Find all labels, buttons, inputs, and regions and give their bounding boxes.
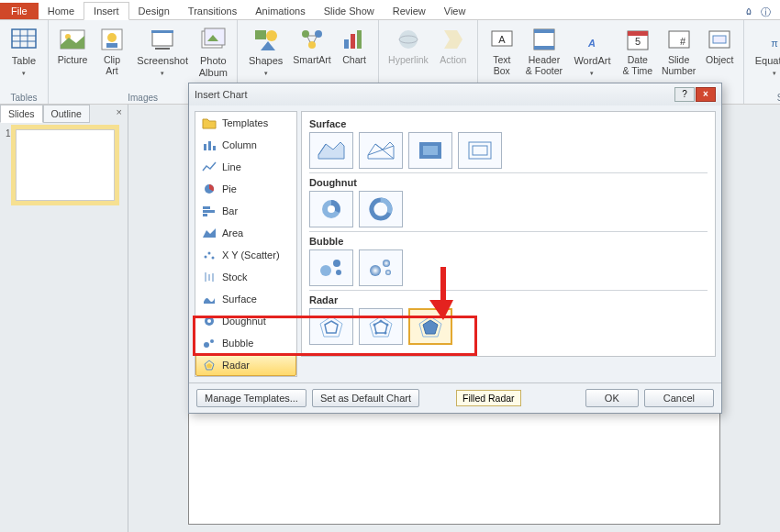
action-icon: [439, 25, 468, 54]
cat-scatter[interactable]: X Y (Scatter): [195, 244, 296, 266]
chart-surface-2[interactable]: [359, 132, 403, 169]
cat-radar[interactable]: Radar: [195, 354, 296, 376]
cancel-button[interactable]: Cancel: [644, 389, 714, 407]
cat-surface[interactable]: Surface: [195, 288, 296, 310]
svg-point-72: [328, 205, 335, 213]
tab-file[interactable]: File: [0, 3, 39, 19]
chart-radar-filled[interactable]: [408, 308, 452, 345]
svg-rect-22: [344, 39, 349, 49]
area-icon: [202, 227, 217, 239]
svg-point-83: [380, 319, 383, 322]
svg-text:5: 5: [635, 36, 641, 47]
tab-view[interactable]: View: [435, 3, 475, 19]
slide-sidebar: Slides Outline × 1: [0, 105, 128, 532]
svg-point-60: [207, 319, 211, 323]
chart-surface-1[interactable]: [309, 132, 353, 169]
svg-rect-10: [152, 31, 173, 46]
object-button[interactable]: Object: [701, 23, 738, 68]
section-doughnut: Doughnut: [309, 177, 708, 188]
svg-marker-18: [261, 41, 275, 50]
action-button: Action: [435, 23, 472, 68]
hyperlink-icon: [394, 25, 423, 54]
tab-transitions[interactable]: Transitions: [179, 3, 246, 19]
sidebar-close-icon[interactable]: ×: [111, 105, 128, 123]
svg-marker-64: [206, 363, 212, 368]
tab-insert[interactable]: Insert: [84, 2, 129, 20]
equation-button[interactable]: πEquation ▾: [750, 23, 780, 79]
chart-type-pane[interactable]: Surface Doughnut: [301, 111, 716, 357]
datetime-icon: 5: [623, 25, 652, 54]
chart-doughnut-2[interactable]: [359, 191, 403, 227]
cat-line[interactable]: Line: [195, 156, 296, 178]
svg-rect-40: [713, 36, 726, 43]
help-icon[interactable]: ⓘ: [761, 6, 771, 19]
tab-animations[interactable]: Animations: [246, 3, 314, 19]
smartart-button[interactable]: SmartArt: [291, 23, 333, 68]
cat-column[interactable]: Column: [195, 134, 296, 156]
chart-button[interactable]: Chart: [336, 23, 373, 68]
tab-design[interactable]: Design: [129, 3, 179, 19]
cat-doughnut[interactable]: Doughnut: [195, 310, 296, 332]
svg-point-25: [399, 30, 418, 49]
manage-templates-button[interactable]: Manage Templates...: [196, 389, 306, 407]
wordart-button[interactable]: AWordArt ▾: [568, 23, 617, 79]
svg-point-55: [212, 256, 215, 259]
svg-rect-12: [155, 48, 170, 50]
cat-area[interactable]: Area: [195, 222, 296, 244]
hyperlink-button: Hyperlink: [384, 23, 432, 68]
tooltip-filled-radar: Filled Radar: [456, 390, 521, 406]
chart-radar-2[interactable]: [359, 308, 403, 345]
clipart-button[interactable]: Clip Art: [94, 23, 130, 78]
tab-home[interactable]: Home: [39, 3, 84, 19]
chart-surface-4[interactable]: [458, 132, 502, 169]
dialog-help-icon[interactable]: ?: [674, 87, 695, 102]
ok-button[interactable]: OK: [585, 389, 639, 407]
svg-marker-89: [423, 320, 438, 334]
slide-thumbnail[interactable]: [15, 128, 116, 202]
cat-stock[interactable]: Stock: [195, 266, 296, 288]
cat-bar[interactable]: Bar: [195, 200, 296, 222]
headerfooter-button[interactable]: Header & Footer: [523, 23, 565, 78]
chart-radar-1[interactable]: [309, 308, 353, 345]
chart-surface-3[interactable]: [408, 132, 452, 169]
pie-icon: [202, 183, 217, 195]
wordart-icon: A: [577, 25, 607, 54]
svg-rect-16: [255, 30, 266, 39]
chart-bubble-1[interactable]: [309, 249, 353, 286]
svg-rect-70: [473, 146, 487, 155]
screenshot-button[interactable]: Screenshot ▾: [133, 23, 192, 79]
svg-point-87: [373, 323, 376, 326]
sidebar-tab-outline[interactable]: Outline: [43, 105, 90, 123]
dialog-close-icon[interactable]: ×: [696, 87, 716, 102]
set-default-chart-button[interactable]: Set as Default Chart: [312, 389, 419, 407]
picture-button[interactable]: Picture: [54, 23, 91, 68]
dialog-titlebar[interactable]: Insert Chart ? ×: [189, 83, 721, 105]
textbox-button[interactable]: AText Box: [484, 23, 520, 78]
svg-marker-82: [374, 321, 387, 333]
shapes-button[interactable]: Shapes ▾: [243, 23, 288, 79]
svg-rect-49: [203, 206, 210, 209]
photoalbum-button[interactable]: Photo Album▾: [195, 23, 231, 91]
datetime-button[interactable]: 5Date & Time: [619, 23, 656, 78]
cat-bubble[interactable]: Bubble: [195, 332, 296, 354]
slide-canvas: Insert Chart ? × Templates Column Line P…: [128, 105, 780, 532]
slidenumber-button[interactable]: #Slide Number: [659, 23, 698, 78]
svg-point-54: [208, 251, 211, 254]
svg-rect-46: [208, 141, 211, 150]
tab-review[interactable]: Review: [384, 3, 435, 19]
sidebar-tab-slides[interactable]: Slides: [0, 105, 43, 123]
svg-point-17: [266, 30, 277, 41]
chart-doughnut-1[interactable]: [309, 191, 353, 227]
svg-point-73: [320, 265, 331, 276]
tab-slideshow[interactable]: Slide Show: [315, 3, 384, 19]
chart-icon: [340, 25, 369, 54]
cat-templates[interactable]: Templates: [195, 112, 296, 134]
table-button[interactable]: Table ▾: [6, 23, 42, 79]
svg-rect-23: [351, 34, 355, 49]
chart-bubble-2[interactable]: [359, 249, 403, 286]
cat-pie[interactable]: Pie: [195, 178, 296, 200]
scatter-icon: [202, 249, 217, 261]
svg-point-76: [370, 265, 381, 276]
ribbon-minimize-icon[interactable]: ۵: [746, 6, 752, 19]
svg-rect-32: [534, 46, 554, 50]
